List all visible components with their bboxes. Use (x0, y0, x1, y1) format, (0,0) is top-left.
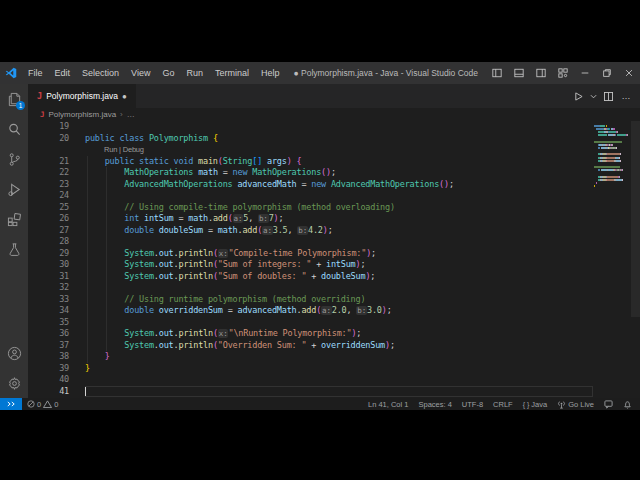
menu-go[interactable]: Go (156, 68, 180, 78)
activity-source-control-icon[interactable] (0, 144, 28, 174)
line-text (85, 236, 640, 248)
code-line-40[interactable]: 40 (28, 374, 640, 386)
activity-extensions-icon[interactable] (0, 204, 28, 234)
line-number: 22 (28, 167, 85, 179)
vscode-window: FileEditSelectionViewGoRunTerminalHelp ●… (0, 62, 640, 410)
toggle-panel-icon[interactable] (508, 62, 530, 84)
customize-layout-icon[interactable] (552, 62, 574, 84)
code-line-36[interactable]: 36 System.out.println(x:"\nRuntime Polym… (28, 328, 640, 340)
braces-icon: { } (523, 401, 530, 408)
toggle-sidebar-icon[interactable] (486, 62, 508, 84)
status-cursor-position[interactable]: Ln 41, Col 1 (363, 398, 413, 410)
code-line-33[interactable]: 33 // Using runtime polymorphism (method… (28, 294, 640, 306)
code-line-25[interactable]: 25 // Using compile-time polymorphism (m… (28, 202, 640, 214)
layout-controls (486, 62, 640, 84)
line-number: 36 (28, 328, 85, 340)
restore-button[interactable] (596, 62, 618, 84)
breadcrumb-file[interactable]: Polymorphism.java (49, 110, 117, 119)
status-encoding[interactable]: UTF-8 (457, 398, 488, 410)
menu-help[interactable]: Help (255, 68, 286, 78)
menu-selection[interactable]: Selection (76, 68, 125, 78)
code-line-30[interactable]: 30 System.out.println("Sum of integers: … (28, 259, 640, 271)
line-text: MathOperations math = new MathOperations… (85, 167, 640, 179)
text-cursor (85, 387, 86, 397)
codelens-row: Run | Debug (28, 144, 640, 156)
line-number: 19 (28, 121, 85, 133)
menu-view[interactable]: View (125, 68, 156, 78)
code-line-28[interactable]: 28 (28, 236, 640, 248)
code-line-23[interactable]: 23 AdvancedMathOperations advancedMath =… (28, 179, 640, 191)
activity-account-icon[interactable] (0, 338, 28, 368)
code-line-32[interactable]: 32 (28, 282, 640, 294)
status-go-live[interactable]: Go Live (552, 398, 599, 410)
activity-run-debug-icon[interactable] (0, 174, 28, 204)
indent-guide (87, 156, 88, 363)
close-button[interactable] (618, 62, 640, 84)
code-line-24[interactable]: 24 (28, 190, 640, 202)
code-line-26[interactable]: 26 int intSum = math.add(a:5, b:7); (28, 213, 640, 225)
warning-count: 0 (54, 400, 58, 409)
more-actions-icon[interactable]: … (618, 87, 634, 105)
code-line-37[interactable]: 37 System.out.println("Overridden Sum: "… (28, 340, 640, 352)
line-number: 27 (28, 225, 85, 237)
status-language-mode[interactable]: { }Java (518, 398, 552, 410)
line-number: 24 (28, 190, 85, 202)
scrollbar[interactable] (631, 121, 640, 317)
status-eol[interactable]: CRLF (488, 398, 518, 410)
line-number: 32 (28, 282, 85, 294)
line-text: } (85, 363, 640, 375)
code-line-19[interactable]: 19 (28, 121, 640, 133)
run-dropdown-chevron-icon[interactable] (588, 87, 598, 105)
run-java-button[interactable] (570, 87, 586, 105)
line-number: 37 (28, 340, 85, 352)
activity-testing-icon[interactable] (0, 234, 28, 264)
remote-indicator-icon[interactable] (0, 398, 22, 410)
breadcrumb-symbol[interactable]: … (127, 110, 135, 119)
line-number: 29 (28, 248, 85, 260)
menu-file[interactable]: File (22, 68, 49, 78)
status-label: UTF-8 (462, 400, 483, 409)
minimap[interactable] (594, 121, 630, 194)
line-text: } (85, 351, 640, 363)
line-number: 23 (28, 179, 85, 191)
toggle-secondary-sidebar-icon[interactable] (530, 62, 552, 84)
split-editor-icon[interactable] (600, 87, 616, 105)
status-indentation[interactable]: Spaces: 4 (413, 398, 456, 410)
minimize-button[interactable] (574, 62, 596, 84)
bell-icon[interactable] (618, 398, 640, 410)
codelens-separator: | (119, 145, 121, 154)
line-text: double doubleSum = math.add(a:3.5, b:4.2… (85, 225, 640, 237)
activity-settings-gear-icon[interactable] (0, 368, 28, 398)
line-number: 25 (28, 202, 85, 214)
tab-dirty-indicator[interactable]: ● (122, 92, 127, 101)
activity-explorer-icon[interactable]: 1 (0, 84, 28, 114)
code-line-35[interactable]: 35 (28, 317, 640, 329)
line-number: 20 (28, 133, 85, 145)
codelens-run-link[interactable]: Run (104, 145, 117, 154)
menu-run[interactable]: Run (180, 68, 209, 78)
line-text (85, 282, 640, 294)
code-editor[interactable]: 1920public class Polymorphism {Run | Deb… (28, 121, 640, 398)
feedback-icon[interactable] (599, 398, 618, 410)
code-line-39[interactable]: 39} (28, 363, 640, 375)
code-line-34[interactable]: 34 double overriddenSum = advancedMath.a… (28, 305, 640, 317)
code-line-27[interactable]: 27 double doubleSum = math.add(a:3.5, b:… (28, 225, 640, 237)
code-line-20[interactable]: 20public class Polymorphism { (28, 133, 640, 145)
tab-polymorphism-java[interactable]: J Polymorphism.java ● (28, 84, 136, 108)
status-label: Go Live (568, 400, 594, 409)
activity-search-icon[interactable] (0, 114, 28, 144)
menu-terminal[interactable]: Terminal (209, 68, 255, 78)
code-line-38[interactable]: 38 } (28, 351, 640, 363)
problems-status[interactable]: 0 0 (22, 398, 63, 410)
status-bar: 0 0 Ln 41, Col 1Spaces: 4UTF-8CRLF{ }Jav… (0, 398, 640, 410)
code-line-41[interactable]: 41 (28, 386, 640, 398)
code-line-21[interactable]: 21 public static void main(String[] args… (28, 156, 640, 168)
editor-actions: … (570, 84, 640, 108)
menu-edit[interactable]: Edit (49, 68, 77, 78)
code-line-22[interactable]: 22 MathOperations math = new MathOperati… (28, 167, 640, 179)
window-title: ● Polymorphism.java - Java - Visual Stud… (285, 68, 486, 78)
codelens-debug-link[interactable]: Debug (123, 145, 144, 154)
code-line-29[interactable]: 29 System.out.println(x:"Compile-time Po… (28, 248, 640, 260)
code-line-31[interactable]: 31 System.out.println("Sum of doubles: "… (28, 271, 640, 283)
line-text: System.out.println("Sum of integers: " +… (85, 259, 640, 271)
